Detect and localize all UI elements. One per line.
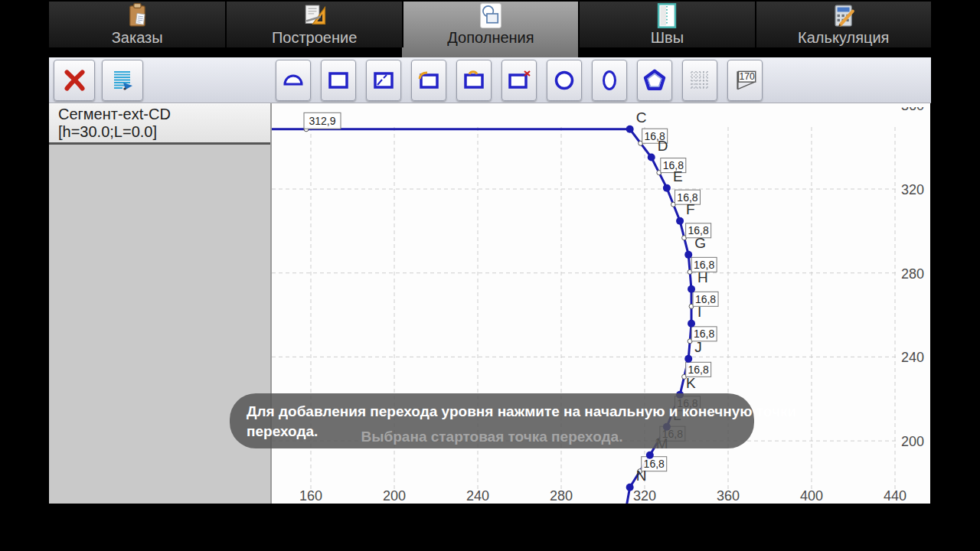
app-screen: Заказы Построение Дополнения [0,0,980,551]
svg-text:C: C [636,109,647,126]
clipboard-icon [121,2,153,30]
measure-label-icon: 170 [731,67,759,94]
rectangle-diagonal-tool-button[interactable] [366,60,401,101]
svg-text:I: I [697,304,701,320]
svg-text:H: H [697,269,708,285]
svg-text:240: 240 [901,350,924,365]
toast-message: Для добавления перехода уровня нажмите н… [230,393,754,448]
svg-text:16,8: 16,8 [644,458,665,470]
svg-text:D: D [658,138,668,154]
tab-calculation[interactable]: Калькуляция [755,2,931,47]
measure-label-tool-button[interactable]: 170 [727,60,763,101]
svg-text:160: 160 [299,488,322,504]
toast-fading-message: Выбрана стартовая точка перехода. [361,429,623,445]
grid-tool-button[interactable] [682,60,717,101]
rectangle-corner-arc-tool-button[interactable] [411,60,446,101]
tab-construction[interactable]: Построение [225,2,401,47]
svg-text:E: E [673,168,683,184]
android-nav-bar [0,504,980,551]
svg-text:J: J [694,339,702,355]
rectangle-arc-top-tool-button[interactable] [456,60,492,101]
rectangle-tool-button[interactable] [321,60,356,101]
grid-icon [687,67,713,93]
svg-text:200: 200 [383,488,406,504]
tab-label: Построение [272,30,357,45]
svg-text:360: 360 [901,107,924,113]
segment-label: Сегмент-ext-CD [h=30.0;L=0.0] [58,106,270,141]
toast-line1: Для добавления перехода уровня нажмите н… [247,402,737,422]
svg-text:200: 200 [901,434,924,449]
tab-orders[interactable]: Заказы [49,2,225,47]
svg-text:312,9: 312,9 [309,115,335,127]
edit-list-icon [109,67,136,93]
shapes-icon [475,2,507,30]
tab-seams[interactable]: Швы [578,2,754,47]
circle-tool-button[interactable] [547,60,582,101]
svg-text:440: 440 [884,488,906,504]
tab-label: Заказы [112,30,163,45]
rectangle-diagonal-icon [371,68,396,93]
tab-additions[interactable]: Дополнения [402,2,578,47]
drafting-icon [299,2,331,30]
measure-value: 170 [739,71,755,82]
polygon-tool-button[interactable] [637,60,672,101]
svg-text:360: 360 [717,488,740,504]
svg-text:240: 240 [466,488,489,504]
seam-icon [651,2,683,30]
svg-text:320: 320 [633,488,656,504]
svg-text:280: 280 [901,266,924,282]
rectangle-arc-top-icon [462,68,486,93]
rectangle-delete-icon [507,68,531,93]
tab-label: Дополнения [447,30,534,45]
polygon-icon [642,67,668,93]
calculator-icon [828,2,860,30]
delete-icon [61,67,87,93]
delete-button[interactable] [54,60,95,101]
selected-tab-indicator [402,47,578,57]
edit-list-button[interactable] [102,60,143,101]
ellipse-tool-button[interactable] [592,60,627,101]
svg-text:G: G [694,235,706,251]
arc-icon [281,68,305,93]
rectangle-icon [326,68,351,93]
svg-text:400: 400 [800,488,823,504]
circle-icon [552,68,577,93]
ellipse-icon [597,68,622,93]
svg-text:16,8: 16,8 [688,364,709,376]
list-item-segment[interactable]: Сегмент-ext-CD [h=30.0;L=0.0] [49,103,270,145]
tab-label: Швы [651,30,684,45]
svg-text:280: 280 [550,488,573,504]
svg-text:K: K [686,375,696,391]
svg-text:F: F [686,201,695,217]
rectangle-delete-tool-button[interactable] [501,60,537,101]
rectangle-corner-arc-icon [416,68,441,93]
arc-tool-button[interactable] [276,60,311,101]
svg-text:320: 320 [901,182,924,197]
toolbar: 170 [49,57,931,103]
tab-label: Калькуляция [798,30,889,45]
svg-text:N: N [636,468,647,484]
tab-bar: Заказы Построение Дополнения [49,2,931,47]
segments-list: Сегмент-ext-CD [h=30.0;L=0.0] [49,103,272,504]
